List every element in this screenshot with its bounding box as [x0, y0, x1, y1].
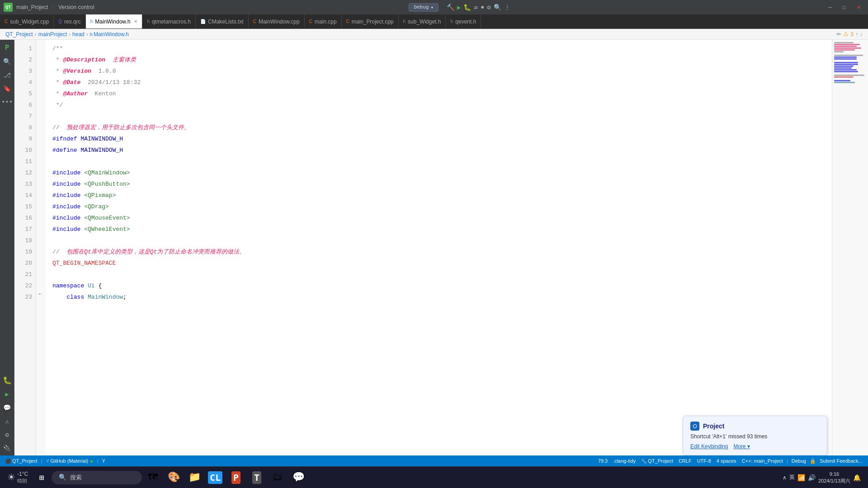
title-sep1: › — [52, 4, 55, 10]
sidebar-icon-run[interactable]: ▶ — [1, 388, 14, 400]
tab-label: main_Project.cpp — [352, 19, 394, 25]
status-indent[interactable]: 4 spaces — [715, 458, 738, 464]
sidebar-icon-settings[interactable]: ⚙ — [1, 428, 14, 441]
wechat-icon: 💬 — [292, 471, 305, 483]
status-linter[interactable]: .clang-tidy — [611, 458, 637, 464]
edit-keybinding-link[interactable]: Edit Keybinding — [690, 443, 728, 450]
volume-icon[interactable]: 🔊 — [808, 474, 816, 481]
close-button[interactable]: ✕ — [853, 4, 864, 11]
minimize-button[interactable]: ─ — [825, 4, 836, 11]
sidebar-icon-vcs[interactable]: ⎇ — [1, 69, 14, 81]
breadcrumb-sep2: › — [69, 31, 71, 38]
tab-mainwindow-h[interactable]: h MainWindow.h ✕ — [86, 14, 143, 28]
tab-label: qevent.h — [455, 19, 476, 25]
settings-icon2[interactable]: ⚙ — [487, 4, 491, 11]
weather-widget: ☀ -1°C 晴朗 — [4, 471, 32, 484]
breadcrumb-bar: QT_Project › mainProject › head › hMainW… — [0, 29, 868, 40]
tab-sub-widget-cpp[interactable]: C sub_Widget.cpp — [0, 14, 54, 28]
breadcrumb-file[interactable]: hMainWindow.h — [90, 31, 129, 38]
tab-qtmetamacros[interactable]: h qtmetamacros.h — [142, 14, 196, 28]
start-button[interactable]: ⊞ — [33, 469, 51, 487]
status-language[interactable]: C++: main_Project — [740, 458, 785, 464]
tray-clock[interactable]: 9:16 2024/1/13周六 — [818, 471, 850, 484]
tab-label: main.cpp — [315, 19, 337, 25]
more-icon[interactable]: ⋮ — [504, 4, 510, 11]
breadcrumb-head[interactable]: head — [72, 31, 85, 38]
tab-res-qrc[interactable]: Q res.qrc — [54, 14, 85, 28]
tab-close-icon[interactable]: ✕ — [134, 19, 137, 24]
code-line-11 — [52, 156, 825, 168]
tab-cmakelists[interactable]: 📄 CMakeLists.txt — [196, 14, 249, 28]
tray-expand-icon[interactable]: ∧ — [783, 474, 787, 481]
line-num-8: 8 — [14, 122, 36, 134]
status-qt-project[interactable]: ⬛ QT_Project — [4, 458, 39, 464]
hammer-icon[interactable]: 🔨 — [447, 4, 454, 11]
warning-down[interactable]: ↓ — [860, 31, 863, 38]
line-num-18: 18 — [14, 235, 36, 247]
breadcrumb-main-project[interactable]: mainProject — [38, 31, 67, 38]
search-icon[interactable]: 🔍 — [494, 4, 501, 11]
tab-sub-widget-h[interactable]: h sub_Widget.h — [399, 14, 446, 28]
vcs-branch: GitHub (Material) — [51, 458, 89, 464]
code-line-5: * @Author Kenton — [52, 89, 825, 100]
minimap-content — [832, 40, 868, 85]
code-content[interactable]: /** * @Description 主窗体类 * @Version 1.0.0… — [45, 40, 832, 470]
warning-up[interactable]: ↑ — [855, 31, 858, 38]
sidebar-icon-search[interactable]: 🔍 — [1, 55, 14, 68]
sidebar-icon-project[interactable]: P — [1, 42, 14, 54]
taskbar-search[interactable]: 🔍 搜索 — [52, 471, 142, 484]
taskbar-store[interactable]: 🎨 — [164, 469, 184, 487]
tab-main-cpp[interactable]: C main.cpp — [305, 14, 342, 28]
sidebar-icon-bookmarks[interactable]: 🔖 — [1, 82, 14, 95]
profile-icon[interactable]: ● — [481, 4, 484, 11]
status-build-config[interactable]: Debug — [790, 458, 808, 464]
taskbar-folder[interactable]: 🗂 — [268, 469, 288, 487]
tab-mainwindow-cpp[interactable]: C MainWindow.cpp — [249, 14, 305, 28]
maximize-button[interactable]: □ — [839, 4, 849, 11]
debug-dropdown-icon: ▾ — [430, 5, 434, 10]
line-num-6: 6 — [14, 100, 36, 111]
sidebar-icon-problems[interactable]: ⚠ — [1, 415, 14, 427]
debug-run-icon[interactable]: 🐛 — [463, 4, 471, 11]
y-letter: Y — [102, 458, 105, 464]
code-line-4: * @Date 2024/1/13 18:32 — [52, 77, 825, 89]
status-y-icon[interactable]: Y — [100, 458, 107, 464]
sidebar-icon-todo[interactable]: 💬 — [1, 401, 14, 414]
debug-button[interactable]: Debug ▾ — [409, 3, 439, 12]
taskbar-files[interactable]: 📁 — [184, 469, 204, 487]
code-line-8: // 预处理器宏，用于防止多次包含同一个头文件。 — [52, 122, 825, 134]
tab-main-project-cpp[interactable]: C main_Project.cpp — [342, 14, 399, 28]
debug-label: Debug — [414, 5, 429, 10]
taskbar-explorer[interactable]: 🗺 — [143, 469, 163, 487]
tab-label: sub_Widget.cpp — [10, 19, 49, 25]
status-vcs[interactable]: ⑂ GitHub (Material) ● — [44, 457, 95, 465]
line-num-22: 22 — [14, 281, 36, 292]
cpp-icon4: C — [346, 19, 349, 24]
sidebar-icon-ellipsis[interactable]: ••• — [1, 96, 14, 108]
status-line-ending[interactable]: CRLF — [677, 458, 693, 464]
more-link[interactable]: More ▾ — [733, 443, 750, 450]
tray-time: 9:16 — [818, 471, 850, 477]
taskbar-clion[interactable]: CL — [205, 469, 225, 487]
taskbar-text[interactable]: T — [247, 469, 267, 487]
status-position[interactable]: 79:3 — [596, 458, 609, 464]
taskbar-wechat[interactable]: 💬 — [288, 469, 308, 487]
line-num-1: 1 — [14, 43, 36, 55]
status-encoding[interactable]: UTF-8 — [695, 458, 713, 464]
left-sidebar: P 🔍 ⎇ 🔖 ••• 🐛 ▶ 💬 ⚠ ⚙ 🔌 🎯 — [0, 40, 14, 470]
taskbar-pptx[interactable]: P — [226, 469, 246, 487]
line-num-11: 11 — [14, 156, 36, 168]
breadcrumb-qt-project[interactable]: QT_Project — [5, 31, 33, 38]
files-icon: 📁 — [189, 471, 201, 483]
sidebar-icon-debug[interactable]: 🐛 — [1, 374, 14, 387]
translate-icon[interactable]: ⇄ — [474, 4, 477, 11]
status-qt-build[interactable]: 🔧 QT_Project — [639, 458, 675, 464]
notification-icon[interactable]: 🔔 — [853, 474, 861, 481]
tab-qevent-h[interactable]: h qevent.h — [446, 14, 481, 28]
sidebar-icon-plugins[interactable]: 🔌 — [1, 442, 14, 455]
run-icon[interactable]: ▶ — [457, 4, 461, 11]
code-line-20: QT_BEGIN_NAMESPACE — [52, 258, 825, 269]
explorer-icon: 🗺 — [148, 471, 158, 483]
language-indicator[interactable]: 英 — [789, 474, 795, 481]
status-feedback[interactable]: Submit Feedback... — [818, 458, 864, 464]
